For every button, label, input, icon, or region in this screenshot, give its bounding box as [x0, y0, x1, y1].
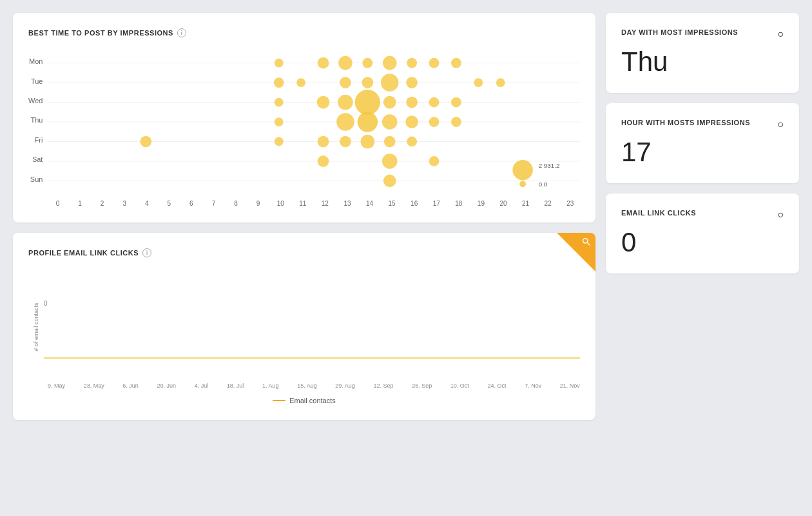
svg-point-21: [474, 78, 483, 87]
svg-point-43: [384, 136, 396, 148]
x-label-1: 1: [70, 200, 90, 207]
x-label-4: 4: [137, 200, 157, 207]
legend-line: [273, 400, 285, 401]
x-axis-label-aug29: 29. Aug: [335, 382, 355, 389]
svg-point-37: [451, 117, 461, 127]
svg-point-41: [340, 136, 352, 148]
x-axis-label-jun6: 6. Jun: [122, 382, 139, 389]
best-time-info-icon[interactable]: i: [177, 28, 186, 37]
svg-point-39: [275, 137, 284, 146]
x-axis-label-jun20: 20. Jun: [157, 382, 176, 389]
svg-point-28: [407, 97, 418, 108]
y-labels: Mon Tue Wed Thu Fri Sat Sun: [28, 52, 48, 207]
email-link-clicks-info-icon[interactable]: ○: [777, 209, 784, 221]
x-label-22: 22: [538, 200, 557, 207]
x-label-20: 20: [494, 200, 513, 207]
x-label-19: 19: [471, 200, 490, 207]
x-label-21: 21: [516, 200, 536, 207]
svg-point-11: [383, 56, 397, 70]
x-label-5: 5: [159, 200, 179, 207]
email-clicks-info-icon[interactable]: i: [142, 248, 151, 257]
svg-point-30: [451, 97, 461, 108]
email-chart-area: # of email contacts 0 9. May 23.: [28, 274, 580, 404]
hour-impressions-value: 17: [621, 137, 784, 168]
email-link-clicks-value: 0: [621, 227, 784, 258]
x-label-8: 8: [226, 200, 246, 207]
legend-label: Email contacts: [289, 397, 336, 404]
svg-point-35: [406, 115, 419, 128]
email-svg-wrapper: 0: [44, 274, 580, 380]
best-time-card: BEST TIME TO POST BY IMPRESSIONS i Mon T…: [13, 13, 595, 223]
x-label-12: 12: [315, 200, 334, 207]
y-label-sat: Sat: [28, 151, 43, 168]
x-label-11: 11: [293, 200, 313, 207]
hour-impressions-info-icon[interactable]: ○: [777, 119, 784, 130]
x-axis-label-nov7: 7. Nov: [525, 382, 541, 389]
svg-point-16: [297, 78, 306, 87]
x-axis-label-jul4: 4. Jul: [195, 382, 209, 389]
svg-point-13: [429, 58, 440, 68]
x-label-17: 17: [427, 200, 446, 207]
x-label-18: 18: [449, 200, 469, 207]
y-label-thu: Thu: [28, 112, 43, 128]
hour-most-impressions-card: HOUR WITH MOSTS IMPRESSIONS ○ 17: [606, 103, 799, 183]
svg-point-49: [513, 160, 533, 180]
x-label-23: 23: [561, 200, 580, 207]
x-axis-label-oct24: 24. Oct: [488, 382, 507, 389]
x-label-14: 14: [360, 200, 380, 207]
best-time-title: BEST TIME TO POST BY IMPRESSIONS i: [28, 28, 186, 37]
x-label-2: 2: [93, 200, 112, 207]
svg-point-45: [318, 155, 329, 167]
day-impressions-info-icon[interactable]: ○: [777, 28, 784, 40]
x-axis-label-aug15: 15. Aug: [297, 382, 317, 389]
chart-body: 2 931.2 0.0 0 1 2 3 4 5 6 7: [48, 52, 580, 207]
svg-point-8: [318, 57, 329, 69]
x-axis-label-may23: 23. May: [84, 382, 104, 389]
x-labels: 0 1 2 3 4 5 6 7 8 9 10 11 12: [48, 196, 580, 207]
svg-point-33: [358, 112, 378, 132]
svg-point-40: [318, 136, 329, 148]
svg-point-10: [363, 58, 373, 68]
svg-point-31: [275, 117, 284, 126]
svg-point-36: [429, 117, 440, 127]
x-label-3: 3: [115, 200, 134, 207]
svg-point-48: [383, 175, 396, 188]
day-impressions-value: Thu: [621, 46, 784, 77]
svg-point-17: [340, 77, 352, 88]
y-axis-label: # of email contacts: [33, 303, 39, 351]
svg-point-46: [382, 154, 398, 169]
x-label-15: 15: [382, 200, 401, 207]
svg-point-15: [274, 77, 284, 88]
svg-point-51: [520, 181, 527, 187]
svg-point-27: [383, 96, 396, 109]
search-icon: [581, 237, 592, 247]
x-axis-label-sep26: 26. Sep: [412, 382, 432, 389]
x-label-10: 10: [271, 200, 290, 207]
svg-point-20: [407, 77, 418, 88]
svg-point-24: [317, 96, 330, 109]
email-clicks-card: PROFILE EMAIL LINK CLICKS i # of email c…: [13, 233, 595, 420]
x-label-0: 0: [48, 200, 67, 207]
email-link-clicks-title: EMAIL LINK CLICKS: [621, 209, 696, 217]
y-label-fri: Fri: [28, 132, 43, 148]
svg-point-19: [381, 74, 399, 92]
svg-point-42: [361, 135, 375, 149]
x-label-6: 6: [182, 200, 201, 207]
y-zero-label: 0: [44, 300, 48, 307]
svg-point-23: [275, 98, 284, 107]
x-label-7: 7: [204, 200, 223, 207]
svg-point-22: [496, 78, 505, 87]
svg-point-7: [275, 59, 284, 68]
x-label-13: 13: [338, 200, 357, 207]
x-label-16: 16: [405, 200, 424, 207]
hour-impressions-title: HOUR WITH MOSTS IMPRESSIONS: [621, 119, 750, 126]
x-axis-label-may9: 9. May: [48, 382, 65, 389]
x-axis-label-aug1: 1. Aug: [262, 382, 279, 389]
x-axis-label-oct10: 10. Oct: [450, 382, 469, 389]
svg-point-47: [429, 156, 440, 166]
email-line-chart: [44, 326, 580, 377]
x-axis-label-jul18: 18. Jul: [227, 382, 244, 389]
svg-point-32: [337, 113, 355, 131]
svg-point-14: [451, 58, 461, 68]
y-label-sun: Sun: [28, 171, 43, 188]
